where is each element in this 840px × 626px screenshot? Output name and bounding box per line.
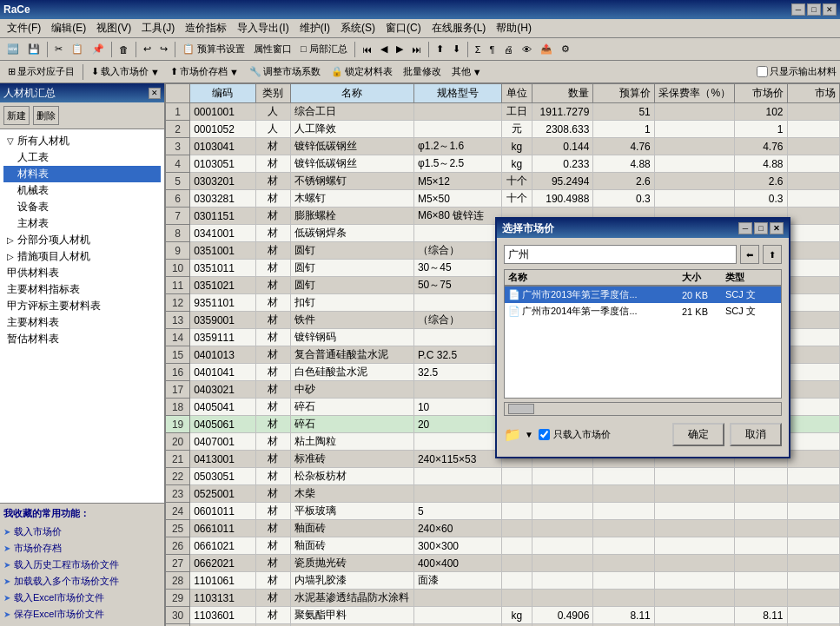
tree-item-supplied[interactable]: 甲供材料表: [3, 265, 161, 281]
col-header-unit[interactable]: 单位: [501, 84, 532, 103]
menu-indicator[interactable]: 造价指标: [180, 19, 232, 37]
table-row[interactable]: 30103041材镀锌低碳钢丝φ1.2～1.6kg0.1444.764.76: [166, 138, 840, 155]
menu-maintain[interactable]: 维护(I): [294, 19, 335, 37]
tree-item-machinery[interactable]: 机械表: [3, 182, 161, 199]
fav-item-2[interactable]: ➤ 载入历史工程市场价文件: [3, 557, 161, 573]
menu-edit[interactable]: 编辑(E): [46, 19, 91, 37]
tree-item-main-material[interactable]: 主材表: [3, 215, 161, 232]
toolbar-paste[interactable]: 📌: [89, 40, 108, 59]
table-row[interactable]: 260661021材釉面砖300×300: [166, 537, 840, 555]
ok-button[interactable]: 确定: [672, 423, 724, 446]
tree-item-equipment[interactable]: 设备表: [3, 199, 161, 215]
show-output-only-checkbox[interactable]: [757, 66, 768, 77]
tree-item-all[interactable]: ▽ 所有人材机: [3, 133, 161, 149]
minimize-button[interactable]: ─: [791, 3, 805, 16]
tree-item-material[interactable]: 材料表: [3, 166, 161, 182]
toolbar-redo[interactable]: ↪: [156, 40, 171, 59]
col-header-budget[interactable]: 预算价: [593, 84, 654, 103]
maximize-button[interactable]: □: [807, 3, 821, 16]
toolbar-save[interactable]: 💾: [24, 40, 43, 59]
table-row[interactable]: 230525001材木柴: [166, 485, 840, 503]
batch-modify-btn[interactable]: 批量修改: [399, 63, 446, 82]
dialog-scrollbar[interactable]: [504, 402, 782, 416]
load-market-only-checkbox[interactable]: [539, 429, 550, 440]
file-list-item[interactable]: 📄广州市2014年第一季度信...21 KBSCJ 文: [505, 303, 781, 320]
menu-help[interactable]: 帮助(H): [491, 19, 537, 37]
toolbar-prev[interactable]: ◀: [377, 40, 391, 59]
table-row[interactable]: 50303201材不锈钢螺钉M5×12十个95.24942.62.6: [166, 173, 840, 190]
menu-window[interactable]: 窗口(C): [380, 19, 427, 37]
toolbar-print[interactable]: 🖨: [500, 40, 517, 59]
col-header-market[interactable]: 市场价: [735, 84, 787, 103]
panel-close-button[interactable]: ✕: [149, 88, 161, 99]
toolbar-format2[interactable]: ¶: [486, 40, 499, 59]
load-market-price-btn[interactable]: ⬇ 载入市场价 ▼: [87, 63, 164, 82]
dropdown-arrow2[interactable]: ▼: [525, 430, 533, 439]
table-row[interactable]: 20001052人人工降效元2308.63311: [166, 121, 840, 138]
table-row[interactable]: 220503051材松杂板枋材: [166, 468, 840, 485]
col-header-name[interactable]: 名称: [290, 84, 413, 103]
toolbar-first[interactable]: ⏮: [359, 40, 375, 59]
adjust-market-coeff-btn[interactable]: 🔧 调整市场系数: [245, 63, 325, 82]
toolbar-property[interactable]: 属性窗口: [250, 40, 295, 59]
nav-up-btn[interactable]: ⬆: [763, 245, 782, 264]
toolbar-up[interactable]: ⬆: [433, 40, 447, 59]
toolbar-down[interactable]: ⬇: [449, 40, 464, 59]
toolbar-undo[interactable]: ↩: [140, 40, 155, 59]
menu-file[interactable]: 文件(F): [2, 19, 46, 37]
table-row[interactable]: 10001001人综合工日工日1911.727951102: [166, 103, 840, 121]
dialog-close[interactable]: ✕: [770, 222, 784, 234]
close-button[interactable]: ✕: [823, 3, 837, 16]
col-header-code[interactable]: 编码: [190, 84, 256, 103]
table-row[interactable]: 250661011材釉面砖240×60: [166, 520, 840, 537]
dialog-maximize[interactable]: □: [754, 222, 768, 234]
col-header-spec[interactable]: 规格型号: [413, 84, 501, 103]
menu-view[interactable]: 视图(V): [91, 19, 136, 37]
fav-item-4[interactable]: ➤ 载入Excel市场价文件: [3, 590, 161, 606]
table-row[interactable]: 291103131材水泥基渗透结晶防水涂料: [166, 590, 840, 607]
toolbar-format1[interactable]: Σ: [472, 40, 485, 59]
col-header-rate[interactable]: 采保费率（%）: [654, 84, 734, 103]
col-header-type[interactable]: 类别: [255, 84, 290, 103]
menu-system[interactable]: 系统(S): [335, 19, 380, 37]
table-row[interactable]: 301103601材聚氨酯甲料kg0.49068.118.11: [166, 607, 840, 624]
menu-online[interactable]: 在线服务(L): [427, 19, 492, 37]
col-header-market2[interactable]: 市场: [787, 84, 840, 103]
select-market-dialog[interactable]: 选择市场价 ─ □ ✕ ⬅ ⬆ 名称 大小 类型 📄广州市2013年第三季度信.…: [495, 217, 790, 458]
new-button[interactable]: 新建: [3, 106, 30, 125]
tree-item-main-mat[interactable]: 主要材料表: [3, 314, 161, 331]
menu-tools[interactable]: 工具(J): [136, 19, 180, 37]
toolbar-last[interactable]: ⏭: [408, 40, 425, 59]
tree-item-main-index[interactable]: 主要材料指标表: [3, 281, 161, 298]
market-archive-btn[interactable]: ⬆ 市场价存档 ▼: [166, 63, 243, 82]
tree-item-eval[interactable]: 甲方评标主要材料表: [3, 298, 161, 314]
file-list[interactable]: 📄广州市2013年第三季度信...20 KBSCJ 文📄广州市2014年第一季度…: [504, 286, 782, 399]
fav-item-1[interactable]: ➤ 市场价存档: [3, 540, 161, 557]
cancel-button[interactable]: 取消: [730, 423, 782, 446]
fav-item-0[interactable]: ➤ 载入市场价: [3, 524, 161, 540]
table-row[interactable]: 281101061材内墙乳胶漆面漆: [166, 572, 840, 590]
toolbar-preview[interactable]: 👁: [519, 40, 535, 59]
toolbar-local-summary[interactable]: □ 局部汇总: [297, 40, 351, 59]
menu-import-export[interactable]: 导入导出(I): [232, 19, 294, 37]
toolbar-new[interactable]: 🆕: [3, 40, 23, 59]
toolbar-next[interactable]: ▶: [393, 40, 407, 59]
toolbar-settings2[interactable]: ⚙: [558, 40, 573, 59]
file-list-item[interactable]: 📄广州市2013年第三季度信...20 KBSCJ 文: [505, 287, 781, 303]
other-btn[interactable]: 其他 ▼: [447, 63, 486, 82]
lock-material-btn[interactable]: 🔒 锁定材料表: [327, 63, 397, 82]
location-input[interactable]: [504, 245, 737, 264]
tree-item-labor[interactable]: 人工表: [3, 149, 161, 166]
table-row[interactable]: 60303281材木螺钉M5×50十个190.49880.30.3: [166, 190, 840, 208]
fav-item-5[interactable]: ➤ 保存Excel市场价文件: [3, 606, 161, 623]
toolbar-export[interactable]: 📤: [537, 40, 556, 59]
toolbar-copy[interactable]: 📋: [68, 40, 87, 59]
table-row[interactable]: 240601011材平板玻璃5: [166, 503, 840, 520]
dialog-minimize[interactable]: ─: [738, 222, 752, 234]
nav-back-btn[interactable]: ⬅: [740, 245, 759, 264]
toolbar-delete[interactable]: 🗑: [116, 40, 132, 59]
show-corresponding-btn[interactable]: ⊞ 显示对应子目: [3, 63, 79, 82]
tree-item-estimate[interactable]: 暂估材料表: [3, 331, 161, 347]
delete-button[interactable]: 删除: [33, 106, 59, 125]
fav-item-3[interactable]: ➤ 加载载入多个市场价文件: [3, 573, 161, 590]
